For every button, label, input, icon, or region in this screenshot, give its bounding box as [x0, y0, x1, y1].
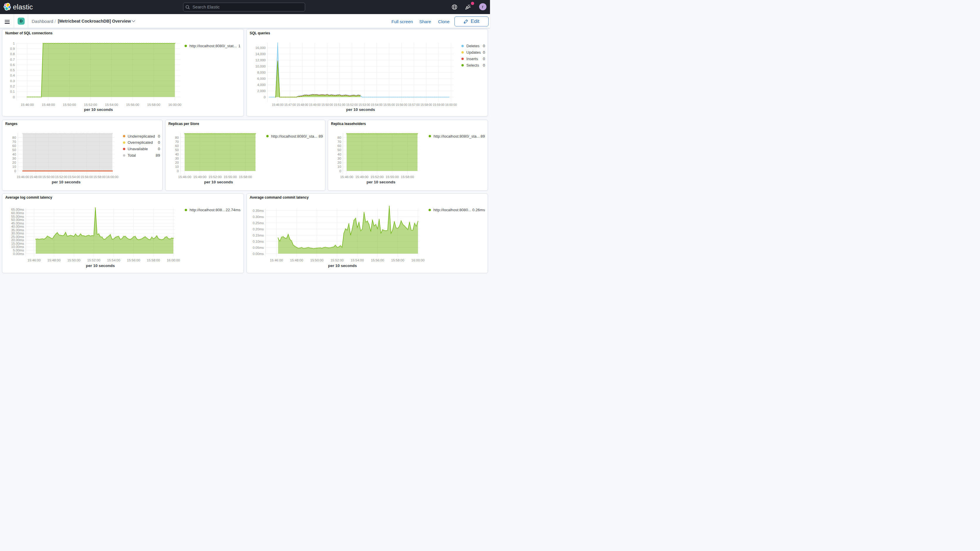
svg-text:15:56:00: 15:56:00	[371, 258, 384, 262]
svg-text:15:48:00: 15:48:00	[290, 258, 303, 262]
svg-text:16:00:00: 16:00:00	[167, 258, 180, 262]
svg-text:0.35ms: 0.35ms	[253, 209, 264, 212]
svg-text:SQL queries: SQL queries	[250, 31, 270, 35]
svg-text:5.00ms: 5.00ms	[13, 248, 24, 252]
svg-text:15:50:00: 15:50:00	[67, 258, 80, 262]
svg-text:16,000: 16,000	[255, 46, 266, 49]
svg-text:60: 60	[175, 144, 179, 148]
svg-text:0.2: 0.2	[10, 84, 15, 88]
svg-text:per 10 seconds: per 10 seconds	[366, 180, 395, 184]
svg-text:65.00ms: 65.00ms	[11, 208, 24, 211]
svg-text:15:46:00: 15:46:00	[340, 175, 353, 179]
svg-text:0.00ms: 0.00ms	[253, 252, 264, 256]
svg-text:per 10 seconds: per 10 seconds	[84, 107, 113, 112]
svg-text:20: 20	[12, 161, 16, 164]
svg-text:40: 40	[12, 153, 16, 156]
svg-text:0: 0	[177, 169, 179, 173]
svg-text:16:00:00: 16:00:00	[411, 258, 425, 262]
svg-text:0: 0	[13, 96, 15, 99]
svg-text:Number of SQL connections: Number of SQL connections	[5, 31, 52, 35]
svg-text:10: 10	[175, 165, 179, 169]
svg-text:Average log commit latency: Average log commit latency	[5, 196, 52, 199]
svg-text:15:46:00: 15:46:00	[270, 258, 283, 262]
svg-text:Ranges: Ranges	[5, 122, 18, 126]
svg-text:15:54:00: 15:54:00	[371, 103, 383, 107]
svg-text:30: 30	[337, 157, 341, 160]
svg-text:15:47:00: 15:47:00	[284, 103, 296, 107]
svg-text:15:55:00: 15:55:00	[385, 175, 399, 179]
svg-text:0.1: 0.1	[10, 90, 15, 93]
svg-text:15:54:00: 15:54:00	[107, 258, 120, 262]
svg-text:15:52:00: 15:52:00	[87, 258, 100, 262]
svg-text:0.00ms: 0.00ms	[13, 252, 24, 256]
svg-text:0: 0	[158, 134, 160, 139]
svg-text:0.20ms: 0.20ms	[253, 228, 264, 231]
svg-text:15:52:00: 15:52:00	[208, 175, 221, 179]
svg-text:15:49:00: 15:49:00	[309, 103, 321, 107]
svg-text:60: 60	[12, 144, 16, 148]
svg-text:0: 0	[483, 44, 485, 48]
svg-text:15:58:00: 15:58:00	[401, 175, 414, 179]
svg-text:15:57:00: 15:57:00	[408, 103, 420, 107]
svg-text:10.00ms: 10.00ms	[11, 245, 24, 248]
svg-text:15:54:00: 15:54:00	[68, 175, 80, 179]
svg-text:15:48:00: 15:48:00	[29, 175, 42, 179]
svg-text:Unavailable: Unavailable	[127, 147, 148, 151]
svg-text:http://localhost:8080/_stat...: http://localhost:8080/_stat...	[189, 44, 237, 48]
svg-text:15:52:00: 15:52:00	[371, 175, 384, 179]
svg-text:per 10 seconds: per 10 seconds	[328, 263, 357, 268]
svg-text:Average command commit latency: Average command commit latency	[250, 196, 309, 199]
svg-text:40.00ms: 40.00ms	[11, 225, 24, 228]
svg-text:1: 1	[13, 41, 15, 45]
svg-text:20: 20	[175, 161, 179, 164]
svg-text:0.6: 0.6	[10, 63, 15, 67]
svg-text:80: 80	[337, 136, 341, 139]
svg-text:14,000: 14,000	[255, 52, 266, 56]
svg-text:0.3: 0.3	[10, 79, 15, 83]
svg-text:15:50:00: 15:50:00	[310, 258, 323, 262]
svg-text:45.00ms: 45.00ms	[11, 221, 24, 225]
svg-text:Updates: Updates	[466, 50, 481, 54]
svg-text:15:54:00: 15:54:00	[351, 258, 364, 262]
svg-text:0: 0	[264, 96, 266, 99]
svg-text:per 10 seconds: per 10 seconds	[86, 263, 115, 268]
svg-text:15:50:00: 15:50:00	[63, 103, 76, 107]
svg-text:0.25ms: 0.25ms	[253, 221, 264, 225]
svg-text:15:55:00: 15:55:00	[224, 175, 237, 179]
svg-text:Inserts: Inserts	[466, 57, 478, 61]
svg-text:15:58:00: 15:58:00	[420, 103, 432, 107]
svg-text:10,000: 10,000	[255, 65, 266, 68]
svg-text:89: 89	[318, 134, 323, 139]
svg-text:16:00:00: 16:00:00	[445, 103, 457, 107]
svg-text:0.8: 0.8	[10, 52, 15, 56]
svg-text:15:54:00: 15:54:00	[105, 103, 118, 107]
svg-text:10: 10	[12, 165, 16, 169]
svg-text:0.30ms: 0.30ms	[253, 215, 264, 218]
svg-text:70: 70	[175, 140, 179, 143]
svg-text:per 10 seconds: per 10 seconds	[204, 180, 233, 184]
svg-text:15:49:00: 15:49:00	[193, 175, 206, 179]
svg-text:15:51:00: 15:51:00	[334, 103, 345, 107]
svg-text:15:52:00: 15:52:00	[84, 103, 97, 107]
svg-text:22.74ms: 22.74ms	[226, 208, 240, 212]
svg-text:50: 50	[337, 148, 341, 152]
svg-text:0: 0	[158, 147, 160, 151]
svg-text:http://localhost:8080...: http://localhost:8080...	[433, 208, 471, 212]
svg-text:15:59:00: 15:59:00	[433, 103, 444, 107]
svg-text:4,000: 4,000	[257, 83, 266, 86]
svg-text:60.00ms: 60.00ms	[11, 211, 24, 215]
svg-text:http://localhost:8080/_sta...: http://localhost:8080/_sta...	[271, 134, 318, 139]
svg-text:40: 40	[337, 153, 341, 156]
svg-text:2,000: 2,000	[257, 89, 266, 93]
svg-text:15:46:00: 15:46:00	[178, 175, 191, 179]
svg-text:50: 50	[175, 148, 179, 152]
svg-text:0: 0	[339, 169, 341, 173]
svg-text:0.4: 0.4	[10, 74, 15, 77]
svg-text:15:49:00: 15:49:00	[355, 175, 369, 179]
svg-text:6,000: 6,000	[257, 77, 266, 80]
svg-text:70: 70	[12, 140, 16, 143]
svg-text:0: 0	[14, 169, 16, 173]
svg-text:10: 10	[337, 165, 341, 169]
svg-text:15:46:00: 15:46:00	[21, 103, 34, 107]
svg-text:15:58:00: 15:58:00	[239, 175, 252, 179]
